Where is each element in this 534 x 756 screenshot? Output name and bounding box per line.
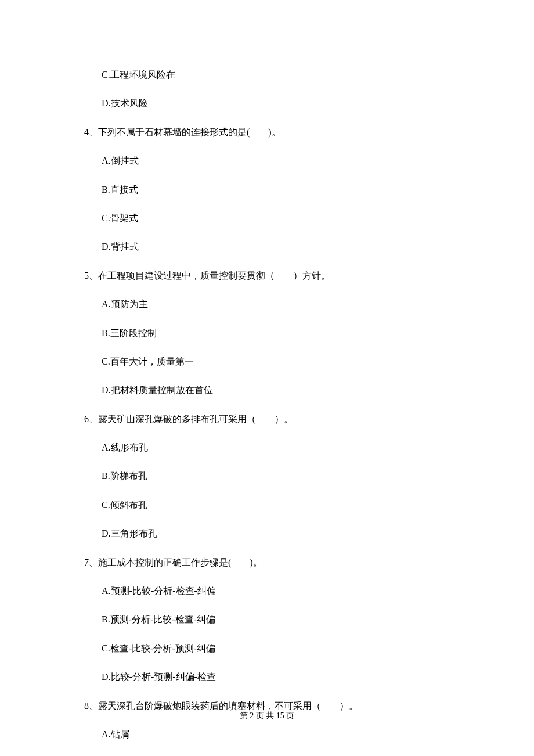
question-8-option-a: A.钻屑 bbox=[102, 728, 450, 741]
question-4-option-b: B.直接式 bbox=[102, 183, 450, 196]
question-4: 4、下列不属于石材幕墙的连接形式的是( )。 bbox=[84, 126, 450, 139]
question-4-option-d: D.背挂式 bbox=[102, 240, 450, 253]
question-6-option-d: D.三角形布孔 bbox=[102, 527, 450, 540]
question-4-option-c: C.骨架式 bbox=[102, 212, 450, 225]
question-4-option-a: A.倒挂式 bbox=[102, 154, 450, 167]
question-5-option-b: B.三阶段控制 bbox=[102, 327, 450, 340]
page-footer: 第 2 页 共 15 页 bbox=[0, 711, 534, 721]
question-5-option-d: D.把材料质量控制放在首位 bbox=[102, 384, 450, 397]
document-body: C.工程环境风险在 D.技术风险 4、下列不属于石材幕墙的连接形式的是( )。 … bbox=[0, 0, 534, 756]
question-5-option-c: C.百年大计，质量第一 bbox=[102, 355, 450, 368]
question-7-option-a: A.预测-比较-分析-检查-纠偏 bbox=[102, 585, 450, 597]
question-7-option-c: C.检查-比较-分析-预测-纠偏 bbox=[102, 642, 450, 655]
option-d-prev: D.技术风险 bbox=[102, 97, 450, 110]
question-7-option-b: B.预测-分析-比较-检查-纠偏 bbox=[102, 613, 450, 626]
question-7: 7、施工成本控制的正确工作步骤是( )。 bbox=[84, 556, 450, 569]
question-7-option-d: D.比较-分析-预测-纠偏-检查 bbox=[102, 671, 450, 683]
question-5-option-a: A.预防为主 bbox=[102, 298, 450, 311]
option-c-prev: C.工程环境风险在 bbox=[102, 69, 450, 81]
question-6-option-a: A.线形布孔 bbox=[102, 441, 450, 454]
question-5: 5、在工程项目建设过程中，质量控制要贯彻（ ）方针。 bbox=[84, 269, 450, 282]
question-6-option-b: B.阶梯布孔 bbox=[102, 470, 450, 483]
question-6: 6、露天矿山深孔爆破的多排布孔可采用（ ）。 bbox=[84, 413, 450, 426]
question-6-option-c: C.倾斜布孔 bbox=[102, 499, 450, 512]
